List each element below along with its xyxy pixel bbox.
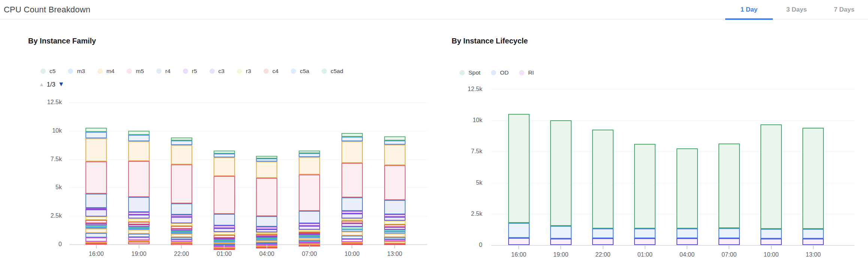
bar-segment-m5[interactable] xyxy=(384,165,406,200)
bar-segment-m3[interactable] xyxy=(171,140,192,145)
bar-segment-m3[interactable] xyxy=(341,137,363,141)
bar-segment-m5[interactable] xyxy=(341,163,363,197)
bar-segment-m4[interactable] xyxy=(256,161,277,178)
stacked-bar[interactable] xyxy=(341,133,363,244)
bar-segment-r4[interactable] xyxy=(341,197,363,211)
bar-segment-r3[interactable] xyxy=(85,217,107,220)
stacked-bar[interactable] xyxy=(299,151,320,244)
bar-segment-m4[interactable] xyxy=(214,157,235,176)
stacked-bar[interactable] xyxy=(508,114,530,245)
legend-item-m5[interactable]: m5 xyxy=(127,68,144,75)
legend-item-c4[interactable]: c4 xyxy=(263,68,278,75)
stacked-bar[interactable] xyxy=(718,143,740,245)
bar-segment[interactable] xyxy=(341,223,363,226)
bar-segment[interactable] xyxy=(214,248,235,250)
bar-segment-r5[interactable] xyxy=(384,214,406,217)
bar-segment-m3[interactable] xyxy=(85,132,107,138)
bar-segment-RI[interactable] xyxy=(550,239,572,245)
bar-segment-r4[interactable] xyxy=(214,214,235,226)
bar-segment[interactable] xyxy=(85,229,107,233)
bar-segment-c5ad[interactable] xyxy=(341,227,363,229)
bar-segment-r4[interactable] xyxy=(299,211,320,223)
bar-segment-m4[interactable] xyxy=(171,145,192,164)
bar-segment-r5[interactable] xyxy=(299,223,320,226)
bar-segment-OD[interactable] xyxy=(634,229,655,238)
triangle-up-icon[interactable]: ▲ xyxy=(39,81,44,87)
bar-segment-r3[interactable] xyxy=(128,218,150,221)
bar-segment-r5[interactable] xyxy=(256,227,277,229)
bar-segment-c4[interactable] xyxy=(341,221,363,223)
legend-item-OD[interactable]: OD xyxy=(491,69,509,76)
stacked-bar[interactable] xyxy=(634,144,655,245)
bar-segment[interactable] xyxy=(128,242,150,244)
bar-segment-Spot[interactable] xyxy=(802,128,824,229)
stacked-bar[interactable] xyxy=(760,124,782,245)
legend-item-c5ad[interactable]: c5ad xyxy=(322,68,343,75)
stacked-bar[interactable] xyxy=(214,151,235,244)
bar-segment-c5[interactable] xyxy=(299,151,320,153)
stacked-bar[interactable] xyxy=(802,128,824,245)
bar-segment-m3[interactable] xyxy=(299,153,320,157)
bar-segment[interactable] xyxy=(341,236,363,239)
legend-item-RI[interactable]: RI xyxy=(519,69,534,76)
bar-segment-c4[interactable] xyxy=(128,222,150,225)
bar-segment-Spot[interactable] xyxy=(676,148,698,229)
bar-segment-c3[interactable] xyxy=(256,229,277,232)
stacked-bar[interactable] xyxy=(676,148,698,245)
bar-segment-c5[interactable] xyxy=(341,133,363,137)
bar-segment[interactable] xyxy=(128,230,150,234)
stacked-bar[interactable] xyxy=(256,156,277,244)
bar-segment-r3[interactable] xyxy=(384,221,406,224)
bar-segment-m4[interactable] xyxy=(85,138,107,161)
bar-segment-c3[interactable] xyxy=(341,214,363,218)
bar-segment-c5[interactable] xyxy=(85,128,107,132)
legend-item-r3[interactable]: r3 xyxy=(237,68,251,75)
bar-segment-r5[interactable] xyxy=(214,226,235,229)
stacked-bar[interactable] xyxy=(384,136,406,244)
bar-segment-c3[interactable] xyxy=(384,217,406,221)
triangle-down-icon[interactable]: ▼ xyxy=(58,81,64,88)
bar-segment-OD[interactable] xyxy=(550,226,572,239)
bar-segment-c5[interactable] xyxy=(128,131,150,135)
bar-segment-r4[interactable] xyxy=(128,197,150,212)
stacked-bar[interactable] xyxy=(85,128,107,244)
bar-segment-Spot[interactable] xyxy=(634,144,655,229)
bar-segment-Spot[interactable] xyxy=(592,130,614,229)
legend-item-c3[interactable]: c3 xyxy=(210,68,224,75)
bar-segment[interactable] xyxy=(128,234,150,237)
bar-segment[interactable] xyxy=(171,243,192,245)
bar-segment-c5[interactable] xyxy=(214,151,235,154)
bar-segment[interactable] xyxy=(128,237,150,240)
bar-segment-c3[interactable] xyxy=(171,217,192,223)
bar-segment-r3[interactable] xyxy=(214,232,235,235)
bar-segment-m4[interactable] xyxy=(299,157,320,175)
bar-segment-Spot[interactable] xyxy=(550,120,572,226)
bar-segment-r4[interactable] xyxy=(171,203,192,215)
bar-segment-c5[interactable] xyxy=(171,137,192,140)
tab-7-days[interactable]: 7 Days xyxy=(820,0,868,19)
tab-1-day[interactable]: 1 Day xyxy=(725,0,773,19)
bar-segment-r4[interactable] xyxy=(256,216,277,227)
bar-segment[interactable] xyxy=(85,233,107,238)
bar-segment-c5[interactable] xyxy=(384,136,406,140)
bar-segment-RI[interactable] xyxy=(760,239,782,245)
bar-segment[interactable] xyxy=(341,232,363,236)
stacked-bar[interactable] xyxy=(171,137,192,244)
bar-segment-RI[interactable] xyxy=(508,238,530,245)
bar-segment-m5[interactable] xyxy=(299,175,320,211)
bar-segment-RI[interactable] xyxy=(718,238,740,245)
bar-segment-m3[interactable] xyxy=(214,154,235,157)
bar-segment-OD[interactable] xyxy=(508,223,530,238)
bar-segment-m3[interactable] xyxy=(128,135,150,141)
legend-item-r4[interactable]: r4 xyxy=(156,68,171,75)
tab-3-days[interactable]: 3 Days xyxy=(773,0,820,19)
bar-segment-c4[interactable] xyxy=(214,235,235,238)
legend-item-c5[interactable]: c5 xyxy=(40,68,55,75)
bar-segment[interactable] xyxy=(85,238,107,242)
bar-segment-OD[interactable] xyxy=(676,229,698,238)
bar-segment-m3[interactable] xyxy=(384,140,406,145)
bar-segment-RI[interactable] xyxy=(676,238,698,245)
bar-segment-m5[interactable] xyxy=(256,178,277,216)
bar-segment-c3[interactable] xyxy=(299,226,320,229)
legend-item-c5a[interactable]: c5a xyxy=(291,68,309,75)
